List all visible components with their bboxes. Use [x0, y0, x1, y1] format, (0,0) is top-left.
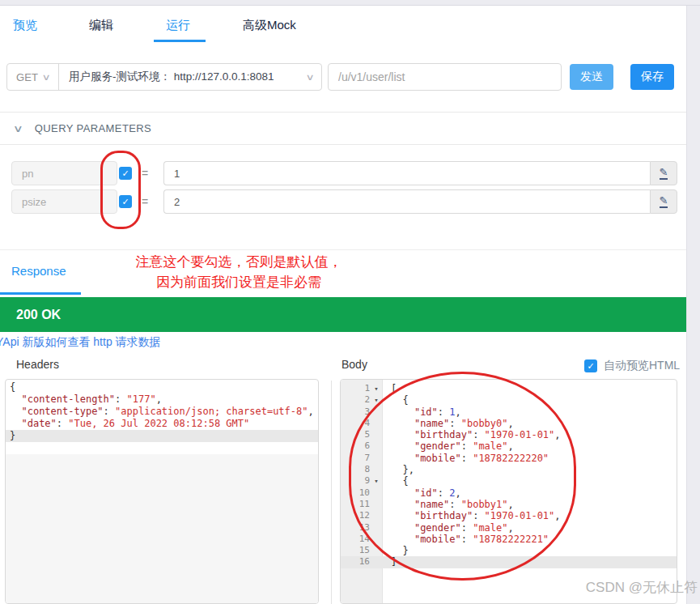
code-line: { — [6, 381, 318, 393]
auto-preview-control: ✓ 自动预览HTML — [584, 359, 680, 373]
red-annotation-rectangle — [100, 151, 141, 229]
headers-label: Headers — [16, 358, 59, 371]
red-annotation-oval — [349, 372, 576, 581]
column-divider — [331, 381, 332, 604]
line-number: 1 — [341, 383, 370, 394]
tab-advanced-mock[interactable]: 高级Mock — [243, 18, 296, 33]
help-link[interactable]: YApi 新版如何查看 http 请求数据 — [0, 335, 161, 350]
chevron-down-icon: ∨ — [41, 72, 50, 83]
yapi-run-page: 预览 编辑 运行 高级Mock GET ∨ 用户服务-测试环境： http://… — [0, 0, 700, 604]
code-text: } — [6, 430, 15, 441]
red-annotation-note: 注意这个要勾选，否则是默认值， 因为前面我们设置是非必需 — [97, 252, 380, 292]
tab-edit[interactable]: 编辑 — [89, 18, 113, 33]
tab-response[interactable]: Response — [11, 264, 66, 278]
server-select[interactable]: 用户服务-测试环境： http://127.0.0.1:8081 ∨ — [59, 64, 321, 90]
code-text: { — [6, 381, 15, 393]
watermark: CSDN @无休止符 — [586, 578, 698, 597]
send-button[interactable]: 发送 — [570, 64, 613, 90]
line-number: 16 — [341, 556, 370, 568]
status-text: 200 OK — [16, 308, 61, 322]
line-number: 2 — [341, 394, 370, 406]
path-input[interactable] — [328, 63, 562, 91]
query-parameters-section: ∨ QUERY PARAMETERS — [0, 112, 686, 145]
top-strip — [0, 0, 700, 6]
headers-code-lines: { "content-length": "177", "content-type… — [6, 380, 318, 442]
code-text: "date": "Tue, 26 Jul 2022 08:12:58 GMT" — [6, 418, 249, 429]
status-bar: 200 OK — [0, 297, 686, 332]
code-line: } — [6, 430, 318, 442]
chevron-down-icon: ∨ — [305, 72, 314, 83]
edit-value-button[interactable]: ✎ — [650, 161, 677, 185]
query-parameters-title: QUERY PARAMETERS — [35, 122, 151, 134]
fold-arrow-icon[interactable]: ▾ — [370, 383, 383, 394]
note-line-2: 因为前面我们设置是非必需 — [97, 272, 380, 292]
pencil-icon: ✎ — [660, 196, 668, 208]
param-value-input[interactable] — [163, 189, 650, 214]
code-text: "content-type": "application/json; chars… — [6, 406, 314, 417]
auto-preview-label: 自动预览HTML — [604, 359, 680, 373]
auto-preview-checkbox[interactable]: ✓ — [584, 359, 597, 372]
save-button[interactable]: 保存 — [630, 64, 674, 90]
request-bar: GET ∨ 用户服务-测试环境： http://127.0.0.1:8081 ∨ — [6, 63, 322, 91]
body-label: Body — [342, 358, 367, 371]
code-line: "date": "Tue, 26 Jul 2022 08:12:58 GMT" — [6, 418, 318, 430]
editor-filler — [6, 454, 318, 603]
method-label: GET — [16, 71, 38, 83]
response-divider — [0, 249, 686, 250]
active-tab-underline — [154, 40, 206, 42]
server-label: 用户服务-测试环境： http://127.0.0.1:8081 — [69, 70, 307, 84]
equals-sign: = — [142, 167, 148, 180]
headers-code-editor[interactable]: { "content-length": "177", "content-type… — [5, 379, 319, 604]
equals-sign: = — [142, 195, 148, 208]
method-select[interactable]: GET ∨ — [7, 64, 59, 90]
param-value-group: ✎ — [163, 189, 677, 214]
page-scrollbar[interactable] — [686, 6, 700, 604]
code-text: "content-length": "177", — [6, 393, 162, 405]
pencil-icon: ✎ — [660, 168, 668, 180]
tab-preview[interactable]: 预览 — [13, 18, 37, 33]
tab-run[interactable]: 运行 — [166, 18, 190, 33]
code-line: "content-length": "177", — [6, 393, 318, 406]
collapse-chevron-icon[interactable]: ∨ — [13, 123, 23, 134]
edit-value-button[interactable]: ✎ — [650, 189, 677, 214]
response-tab-underline — [0, 292, 81, 295]
param-value-group: ✎ — [163, 161, 677, 185]
note-line-1: 注意这个要勾选，否则是默认值， — [97, 252, 380, 272]
code-line: "content-type": "application/json; chars… — [6, 406, 318, 418]
param-value-input[interactable] — [163, 161, 650, 185]
line-number: 15 — [341, 545, 370, 556]
check-icon: ✓ — [587, 361, 594, 372]
